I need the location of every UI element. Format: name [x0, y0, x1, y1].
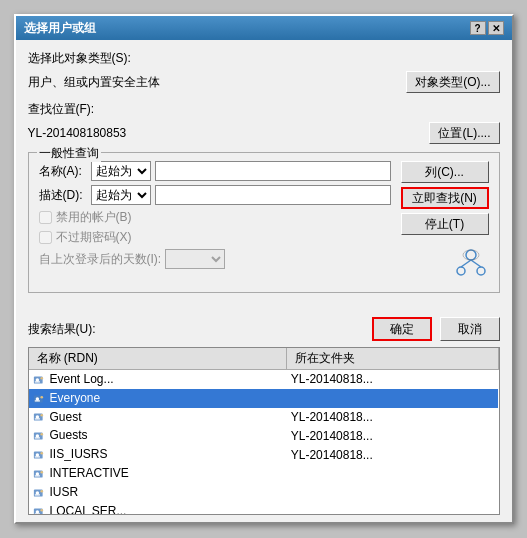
- row-name: Event Log...: [29, 370, 287, 389]
- location-button[interactable]: 位置(L)....: [429, 122, 499, 144]
- table-row[interactable]: LOCAL SER...: [29, 502, 499, 515]
- svg-rect-37: [34, 513, 39, 515]
- desc-search-row: 描述(D): 起始为: [39, 185, 391, 205]
- no-expire-pwd-row: 不过期密码(X): [39, 229, 391, 246]
- object-type-button[interactable]: 对象类型(O)...: [406, 71, 499, 93]
- svg-point-36: [40, 509, 43, 512]
- svg-point-1: [457, 267, 465, 275]
- last-logon-select[interactable]: [165, 249, 225, 269]
- object-type-row: 用户、组或内置安全主体 对象类型(O)...: [28, 71, 500, 93]
- last-logon-label: 自上次登录后的天数(I):: [39, 251, 162, 268]
- svg-rect-17: [34, 418, 39, 420]
- desc-label: 描述(D):: [39, 187, 91, 204]
- ok-button[interactable]: 确定: [372, 317, 432, 341]
- no-expire-pwd-label: 不过期密码(X): [56, 229, 132, 246]
- select-user-group-dialog: 选择用户或组 ? ✕ 选择此对象类型(S): 用户、组或内置安全主体 对象类型(…: [14, 14, 514, 524]
- name-text-input[interactable]: [155, 161, 391, 181]
- search-now-button[interactable]: 立即查找(N): [401, 187, 489, 209]
- col-folder-header: 所在文件夹: [287, 348, 498, 370]
- row-folder: YL-20140818...: [287, 370, 498, 389]
- svg-rect-21: [34, 437, 39, 439]
- svg-point-8: [40, 377, 43, 380]
- name-label: 名称(A):: [39, 163, 91, 180]
- row-name: Guests: [29, 426, 287, 445]
- svg-point-20: [40, 433, 43, 436]
- table-row[interactable]: IUSR: [29, 483, 499, 502]
- svg-rect-29: [34, 475, 39, 477]
- cancel-button[interactable]: 取消: [440, 317, 500, 341]
- svg-point-0: [466, 250, 476, 260]
- name-combo-select[interactable]: 起始为: [91, 161, 151, 181]
- search-right: 列(C)... 立即查找(N) 停止(T): [399, 161, 489, 284]
- group-icon: [33, 373, 47, 387]
- table-row[interactable]: Everyone: [29, 389, 499, 408]
- svg-rect-9: [34, 381, 39, 383]
- results-table-header: 名称 (RDN) 所在文件夹: [29, 348, 499, 370]
- col-name-header: 名称 (RDN): [29, 348, 287, 370]
- row-folder: [287, 464, 498, 483]
- object-type-group: 选择此对象类型(S): 用户、组或内置安全主体 对象类型(O)...: [28, 50, 500, 93]
- row-name: Everyone: [29, 389, 287, 408]
- desc-combo-select[interactable]: 起始为: [91, 185, 151, 205]
- no-expire-pwd-checkbox[interactable]: [39, 231, 52, 244]
- row-name: Guest: [29, 408, 287, 427]
- row-name: IIS_IUSRS: [29, 445, 287, 464]
- stop-button[interactable]: 停止(T): [401, 213, 489, 235]
- location-group: 查找位置(F): YL-201408180853 位置(L)....: [28, 101, 500, 144]
- row-name: LOCAL SER...: [29, 502, 287, 515]
- name-combo-container: 起始为: [91, 161, 151, 181]
- group-icon: [33, 467, 47, 481]
- footer-ok-cancel: 搜索结果(U): 确定 取消: [16, 311, 512, 347]
- table-row[interactable]: Event Log...YL-20140818...: [29, 370, 499, 389]
- disabled-accounts-checkbox[interactable]: [39, 211, 52, 224]
- search-grid: 名称(A): 起始为 描述(D): 起始为: [39, 161, 489, 284]
- table-row[interactable]: IIS_IUSRSYL-20140818...: [29, 445, 499, 464]
- network-icon-container: [453, 245, 489, 284]
- svg-point-24: [40, 452, 43, 455]
- group-icon: [33, 392, 47, 406]
- row-folder: [287, 502, 498, 515]
- results-table-body: Event Log...YL-20140818... Everyone Gues…: [29, 370, 499, 516]
- row-folder: YL-20140818...: [287, 445, 498, 464]
- object-type-value: 用户、组或内置安全主体: [28, 74, 407, 91]
- title-bar: 选择用户或组 ? ✕: [16, 16, 512, 40]
- row-folder: YL-20140818...: [287, 426, 498, 445]
- row-folder: [287, 389, 498, 408]
- results-section: 名称 (RDN) 所在文件夹 Event Log...YL-20140818..…: [16, 347, 512, 515]
- desc-text-input[interactable]: [155, 185, 391, 205]
- svg-line-3: [461, 260, 471, 267]
- help-button[interactable]: ?: [470, 21, 486, 35]
- svg-point-16: [40, 414, 43, 417]
- general-query-title: 一般性查询: [37, 145, 101, 162]
- results-table: 名称 (RDN) 所在文件夹 Event Log...YL-20140818..…: [29, 348, 499, 515]
- results-table-container: 名称 (RDN) 所在文件夹 Event Log...YL-20140818..…: [28, 347, 500, 515]
- svg-point-32: [40, 490, 43, 493]
- svg-line-4: [471, 260, 481, 267]
- group-icon: [33, 448, 47, 462]
- svg-rect-25: [34, 456, 39, 458]
- desc-combo-container: 起始为: [91, 185, 151, 205]
- name-search-row: 名称(A): 起始为: [39, 161, 391, 181]
- svg-rect-33: [34, 494, 39, 496]
- disabled-accounts-label: 禁用的帐户(B): [56, 209, 132, 226]
- object-type-label: 选择此对象类型(S):: [28, 50, 500, 67]
- svg-point-12: [40, 396, 43, 399]
- row-folder: [287, 483, 498, 502]
- location-row: YL-201408180853 位置(L)....: [28, 122, 500, 144]
- row-name: INTERACTIVE: [29, 464, 287, 483]
- group-icon: [33, 486, 47, 500]
- row-folder: YL-20140818...: [287, 408, 498, 427]
- table-row[interactable]: GuestYL-20140818...: [29, 408, 499, 427]
- col-button[interactable]: 列(C)...: [401, 161, 489, 183]
- table-row[interactable]: INTERACTIVE: [29, 464, 499, 483]
- table-row[interactable]: GuestsYL-20140818...: [29, 426, 499, 445]
- search-results-label: 搜索结果(U):: [28, 321, 96, 338]
- svg-rect-13: [34, 400, 39, 402]
- svg-point-2: [477, 267, 485, 275]
- group-icon: [33, 410, 47, 424]
- location-value: YL-201408180853: [28, 126, 430, 140]
- network-icon: [453, 245, 489, 281]
- disabled-accounts-row: 禁用的帐户(B): [39, 209, 391, 226]
- close-button[interactable]: ✕: [488, 21, 504, 35]
- general-query-groupbox: 一般性查询 名称(A): 起始为 描述(: [28, 152, 500, 293]
